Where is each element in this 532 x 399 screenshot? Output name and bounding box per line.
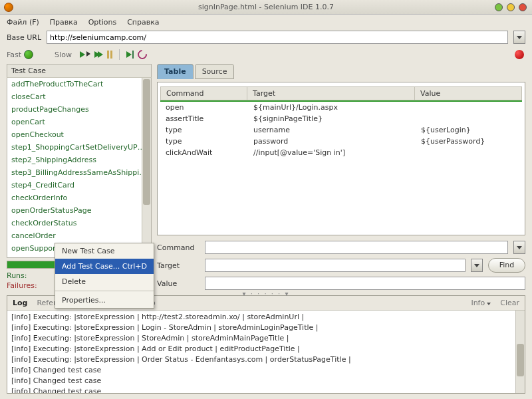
tab-source[interactable]: Source xyxy=(195,64,235,79)
testcase-item[interactable]: step1_ShoppingCartSetDeliveryUPS... xyxy=(7,141,151,154)
log-line: [info] Executing: |storeExpression | Sto… xyxy=(11,333,521,344)
command-dropdown-icon[interactable] xyxy=(513,241,525,254)
log-area[interactable]: [info] Executing: |storeExpression | htt… xyxy=(7,311,525,393)
form-value-label: Value xyxy=(157,279,200,288)
menu-new-testcase[interactable]: New Test Case xyxy=(55,243,154,259)
testcase-list[interactable]: addTheProductToTheCartcloseCartproductPa… xyxy=(7,78,152,258)
record-indicator-icon[interactable] xyxy=(515,50,524,59)
form-target-input[interactable] xyxy=(205,259,466,272)
log-line: [info] Executing: |storeExpression | Ord… xyxy=(11,354,521,365)
command-row[interactable]: assertTitle${signinPageTitle} xyxy=(160,113,522,124)
command-row[interactable]: typeusername${userLogin} xyxy=(160,124,522,136)
baseurl-label: Base URL xyxy=(7,33,41,42)
testcase-item[interactable]: openCheckout xyxy=(7,128,151,141)
menu-options[interactable]: Options xyxy=(88,18,116,27)
target-dropdown-icon[interactable] xyxy=(471,259,483,272)
testcase-header: Test Case xyxy=(7,64,152,78)
log-line: [info] Executing: |storeExpression | htt… xyxy=(11,312,521,323)
titlebar: signInPage.html - Selenium IDE 1.0.7 xyxy=(0,0,532,15)
menubar: Файл (F) Правка Options Справка xyxy=(0,15,532,29)
command-row[interactable]: typepassword${userPassword} xyxy=(160,136,522,147)
testcase-item[interactable]: productPageChanges xyxy=(7,103,151,116)
baseurl-row: Base URL xyxy=(0,29,532,45)
col-target[interactable]: Target xyxy=(247,87,415,100)
minimize-icon[interactable] xyxy=(495,3,503,11)
play-all-button[interactable] xyxy=(80,51,90,58)
speed-fast-label: Fast xyxy=(7,51,21,59)
command-row[interactable]: open${mainUrl}/Login.aspx xyxy=(160,102,522,113)
toolbar: Fast Slow xyxy=(0,45,532,64)
testcase-item[interactable]: checkOrderInfo xyxy=(7,192,151,204)
command-table[interactable]: Command Target Value open${mainUrl}/Logi… xyxy=(157,82,525,235)
log-line: [info] Changed test case xyxy=(11,376,521,386)
log-line: [info] Executing: |storeExpression | Add… xyxy=(11,344,521,354)
menu-edit[interactable]: Правка xyxy=(50,18,78,27)
testcase-item[interactable]: step4_CreditCard xyxy=(7,179,151,192)
form-command-label: Command xyxy=(157,243,200,252)
window-controls xyxy=(495,3,527,11)
form-target-label: Target xyxy=(157,261,200,270)
app-icon xyxy=(4,3,13,12)
reload-icon[interactable] xyxy=(136,48,149,61)
col-value[interactable]: Value xyxy=(415,87,521,100)
close-icon[interactable] xyxy=(519,3,527,11)
log-scrollbar[interactable] xyxy=(515,311,525,393)
testcase-item[interactable]: checkOrderStatus xyxy=(7,217,151,229)
context-menu: New Test Case Add Test Case...Ctrl+D Del… xyxy=(55,243,154,309)
window-title: signInPage.html - Selenium IDE 1.0.7 xyxy=(198,3,334,11)
pause-button[interactable] xyxy=(107,51,112,59)
menu-help[interactable]: Справка xyxy=(127,18,159,27)
command-row[interactable]: clickAndWait//input[@value='Sign in'] xyxy=(160,147,522,158)
col-command[interactable]: Command xyxy=(161,87,247,100)
form-command-input[interactable] xyxy=(205,241,508,254)
form-value-input[interactable] xyxy=(205,277,525,290)
menu-add-testcase[interactable]: Add Test Case...Ctrl+D xyxy=(55,259,154,274)
menu-properties[interactable]: Properties... xyxy=(55,293,154,308)
speed-slider[interactable]: Fast Slow xyxy=(7,50,72,59)
baseurl-input[interactable] xyxy=(47,31,508,44)
menu-delete-testcase[interactable]: Delete xyxy=(55,274,154,289)
maximize-icon[interactable] xyxy=(507,3,515,11)
command-table-header: Command Target Value xyxy=(160,86,522,100)
tab-table[interactable]: Table xyxy=(157,64,194,79)
log-line: [info] Executing: |storeExpression | Log… xyxy=(11,323,521,333)
command-form: Command Target Find Value xyxy=(157,241,525,290)
testcase-item[interactable]: closeCart xyxy=(7,90,151,103)
testcase-item[interactable]: cancelOrder xyxy=(7,229,151,242)
find-button[interactable]: Find xyxy=(488,258,525,273)
testcase-item[interactable]: step3_BillingAddressSameAsShipping xyxy=(7,166,151,179)
baseurl-dropdown-icon[interactable] xyxy=(513,31,525,44)
log-pane: Log Reference UI-Element Rollup Info Cle… xyxy=(7,295,525,394)
menu-file[interactable]: Файл (F) xyxy=(7,18,39,27)
testcase-item[interactable]: openOrderStatusPage xyxy=(7,204,151,217)
log-line: [info] Changed test case xyxy=(11,365,521,376)
clear-button[interactable]: Clear xyxy=(500,299,519,307)
testcase-item[interactable]: openCart xyxy=(7,116,151,128)
play-button[interactable] xyxy=(94,51,103,58)
scrollbar[interactable] xyxy=(142,78,151,257)
testcase-item[interactable]: step2_ShippingAddress xyxy=(7,154,151,166)
speed-thumb-icon[interactable] xyxy=(24,50,33,59)
speed-slow-label: Slow xyxy=(55,51,72,59)
step-button[interactable] xyxy=(126,51,134,59)
testcase-item[interactable]: addTheProductToTheCart xyxy=(7,78,151,90)
log-level-dropdown[interactable]: Info xyxy=(471,299,491,307)
log-line: [info] Changed test case xyxy=(11,386,521,393)
editor-pane: Table Source Command Target Value open${… xyxy=(157,64,525,290)
tab-log[interactable]: Log xyxy=(13,299,27,307)
